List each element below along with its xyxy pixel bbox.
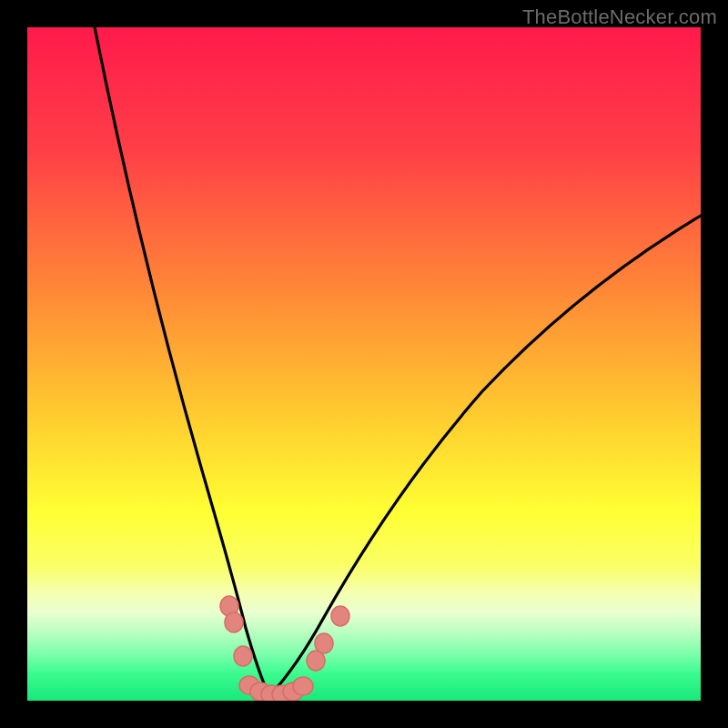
svg-point-12 — [331, 606, 349, 626]
svg-point-6 — [293, 677, 313, 695]
frame: TheBottleNecker.com — [0, 0, 728, 728]
markers-bottom — [239, 676, 313, 701]
svg-point-9 — [234, 646, 252, 666]
chart-curves — [27, 27, 701, 701]
curve-left-branch — [95, 27, 269, 696]
plot-area — [27, 27, 701, 701]
watermark-text: TheBottleNecker.com — [522, 5, 717, 29]
svg-point-8 — [225, 612, 243, 632]
svg-point-11 — [315, 633, 333, 653]
